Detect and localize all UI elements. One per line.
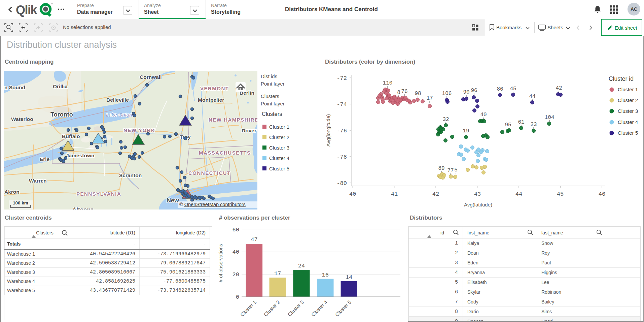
svg-text:# of observations: # of observations [218, 244, 223, 282]
svg-text:Warren: Warren [29, 178, 47, 184]
svg-text:-76: -76 [336, 128, 347, 134]
svg-text:86: 86 [497, 86, 503, 92]
svg-text:-78: -78 [336, 154, 347, 160]
svg-text:104: 104 [545, 115, 554, 121]
svg-text:46: 46 [599, 191, 605, 197]
svg-text:76: 76 [401, 89, 407, 95]
svg-text:Jamestown: Jamestown [66, 153, 94, 158]
svg-text:Dover: Dover [242, 128, 256, 133]
svg-text:47: 47 [251, 236, 257, 243]
svg-text:Avg(longitude): Avg(longitude) [325, 114, 331, 147]
svg-text:20: 20 [232, 271, 239, 278]
svg-text:90: 90 [463, 89, 469, 95]
svg-text:44: 44 [515, 191, 522, 197]
svg-text:Cluster 3: Cluster 3 [618, 108, 638, 114]
svg-text:61: 61 [518, 119, 524, 125]
svg-text:NEW YORK: NEW YORK [123, 127, 155, 133]
svg-text:Cluster 4: Cluster 4 [310, 299, 328, 317]
svg-text:CONNECTICUT: CONNECTICUT [188, 170, 231, 176]
svg-text:Altoona: Altoona [72, 206, 94, 210]
svg-text:95: 95 [505, 122, 511, 128]
svg-text:110: 110 [383, 80, 393, 86]
svg-text:5: 5 [454, 167, 458, 173]
svg-text:Lake Ontario: Lake Ontario [106, 112, 135, 118]
svg-text:MASSACHUSETTS: MASSACHUSETTS [199, 150, 251, 156]
svg-text:45: 45 [510, 86, 516, 92]
svg-text:Toronto: Toronto [50, 111, 73, 118]
svg-text:24: 24 [298, 263, 305, 269]
svg-text:96: 96 [471, 88, 477, 94]
svg-text:100 km: 100 km [13, 200, 28, 205]
svg-text:Cluster 1: Cluster 1 [618, 87, 638, 92]
svg-text:106: 106 [442, 91, 452, 97]
svg-text:60: 60 [232, 227, 239, 233]
svg-text:-72: -72 [336, 75, 347, 82]
svg-text:44: 44 [529, 94, 535, 100]
svg-text:VERMONT: VERMONT [200, 86, 229, 91]
svg-text:© OpenStreetMap contributors: © OpenStreetMap contributors [179, 202, 246, 207]
svg-text:40: 40 [349, 191, 356, 197]
svg-text:Montpelier: Montpelier [198, 97, 224, 103]
svg-text:Belleville: Belleville [106, 97, 129, 103]
svg-text:Scranton: Scranton [119, 172, 142, 178]
svg-text:32: 32 [442, 117, 449, 123]
svg-text:77: 77 [447, 168, 454, 174]
svg-text:Buffalo: Buffalo [62, 133, 80, 139]
svg-text:n Sound: n Sound [4, 85, 25, 90]
svg-text:42: 42 [432, 191, 439, 197]
svg-text:17: 17 [274, 270, 281, 277]
svg-text:43: 43 [474, 191, 481, 197]
svg-text:PENNSYLVANIA: PENNSYLVANIA [76, 191, 121, 197]
svg-text:Cluster 2: Cluster 2 [263, 299, 281, 317]
svg-text:Cluster 2: Cluster 2 [618, 97, 638, 103]
svg-text:23: 23 [530, 122, 537, 128]
svg-text:Cluster id: Cluster id [609, 75, 634, 82]
svg-text:Cluster 4: Cluster 4 [618, 119, 638, 125]
svg-text:Orillia: Orillia [53, 84, 68, 89]
svg-text:Cluster 1: Cluster 1 [239, 299, 257, 317]
svg-text:0: 0 [236, 294, 239, 300]
svg-text:45: 45 [557, 191, 564, 197]
svg-text:89: 89 [438, 165, 444, 171]
svg-text:Avg(latitude): Avg(latitude) [464, 202, 492, 207]
svg-text:Akron: Akron [4, 189, 20, 195]
svg-text:-80: -80 [336, 180, 347, 187]
svg-text:14: 14 [346, 274, 352, 281]
svg-text:Erie: Erie [40, 156, 50, 162]
svg-text:Waterloo: Waterloo [11, 116, 33, 122]
svg-text:98: 98 [415, 91, 421, 97]
svg-text:8: 8 [397, 90, 400, 96]
svg-text:17: 17 [426, 95, 433, 101]
svg-text:Cluster 3: Cluster 3 [287, 299, 305, 317]
svg-text:40: 40 [480, 112, 487, 118]
svg-text:19: 19 [463, 128, 469, 134]
svg-text:Cluster 5: Cluster 5 [334, 299, 352, 317]
svg-text:Cluster 5: Cluster 5 [618, 130, 638, 136]
svg-text:41: 41 [391, 191, 398, 197]
svg-text:42: 42 [556, 85, 562, 91]
svg-text:40: 40 [232, 249, 239, 255]
svg-text:New: New [167, 197, 179, 204]
svg-text:16: 16 [322, 272, 328, 278]
svg-text:Cornwall: Cornwall [140, 74, 162, 80]
svg-text:NEW HAMPSHIRE: NEW HAMPSHIRE [209, 117, 257, 123]
svg-text:-74: -74 [336, 101, 347, 108]
